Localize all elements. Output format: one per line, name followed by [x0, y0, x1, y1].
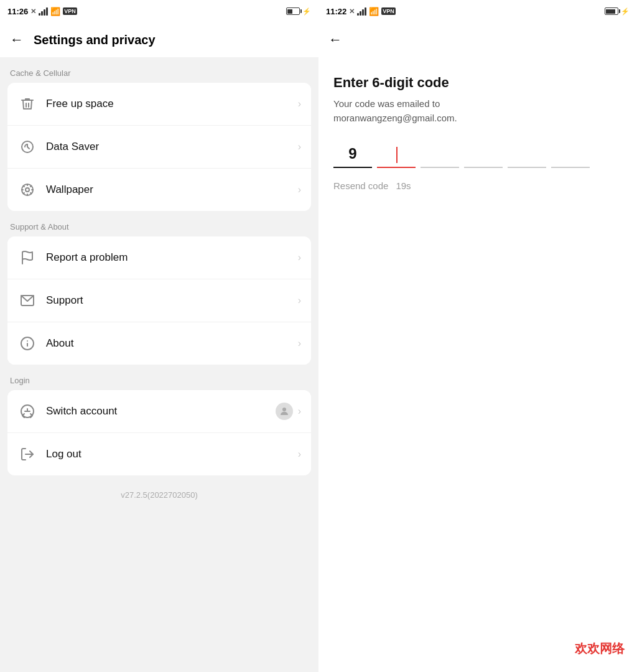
version-text: v27.2.5(2022702050) [0, 475, 318, 507]
status-bar-right: 11:22 ✕ 📶 VPN ⚡ [318, 0, 637, 22]
trash-icon [17, 94, 37, 114]
wifi-icon-left: 📶 [50, 7, 60, 16]
support-label: Support [46, 294, 289, 307]
report-problem-label: Report a problem [46, 251, 289, 264]
settings-item-wallpaper[interactable]: Wallpaper › [7, 169, 311, 211]
right-panel: 11:22 ✕ 📶 VPN ⚡ ← Enter 6-digit code You… [318, 0, 637, 672]
settings-item-logout[interactable]: Log out › [7, 433, 311, 475]
resend-label[interactable]: Resend code [333, 180, 388, 191]
switch-account-icon [17, 401, 37, 421]
watermark: 欢欢网络 [575, 640, 625, 657]
time-right: 11:22 [326, 7, 346, 16]
settings-scroll-area: Cache & Cellular Free up space › [0, 57, 318, 672]
resend-row: Resend code 19s [333, 180, 622, 191]
wallpaper-icon [17, 180, 37, 200]
lightning-right: ⚡ [621, 7, 630, 16]
left-panel: 11:26 ✕ 📶 VPN ⚡ ← Settings and privacy C… [0, 0, 318, 672]
login-card: Switch account › [7, 390, 311, 475]
signal-icon-left [39, 7, 48, 16]
signal-icon-right [357, 7, 366, 16]
x-icon-left: ✕ [30, 7, 36, 16]
battery-icon-left [286, 7, 300, 15]
svg-line-7 [24, 186, 24, 187]
logout-label: Log out [46, 448, 289, 460]
chevron-logout: › [298, 449, 301, 460]
vpn-badge-right: VPN [381, 7, 396, 15]
data-saver-label: Data Saver [46, 141, 289, 153]
flag-icon [17, 248, 37, 268]
chevron-data-saver: › [298, 141, 301, 152]
header-right: ← [318, 22, 637, 57]
cursor [396, 147, 398, 163]
chevron-free-up-space: › [298, 98, 301, 110]
support-icon [17, 291, 37, 310]
settings-item-switch-account[interactable]: Switch account › [7, 390, 311, 433]
section-label-support: Support & About [0, 211, 318, 236]
resend-timer: 19s [396, 180, 411, 191]
code-digit-1[interactable]: 9 [333, 145, 372, 168]
status-right-left: ⚡ [286, 7, 311, 16]
svg-point-2 [26, 188, 29, 192]
code-digit-3[interactable] [421, 145, 459, 168]
back-button-left[interactable]: ← [10, 32, 24, 48]
status-time-right: 11:22 ✕ 📶 VPN [326, 7, 396, 16]
switch-account-label: Switch account [46, 405, 267, 418]
status-right-right: ⚡ [605, 7, 630, 16]
chevron-report: › [298, 252, 301, 263]
logout-icon [17, 444, 37, 464]
x-icon-right: ✕ [349, 7, 355, 16]
code-subtitle: Your code was emailed tomoranwangzeng@gm… [333, 97, 622, 125]
chevron-wallpaper: › [298, 184, 301, 195]
code-digit-2[interactable] [377, 145, 416, 168]
svg-line-8 [30, 193, 31, 194]
settings-item-report-problem[interactable]: Report a problem › [7, 236, 311, 279]
code-title: Enter 6-digit code [333, 75, 622, 91]
support-card: Report a problem › Support › [7, 236, 311, 365]
wifi-icon-right: 📶 [369, 7, 379, 16]
chevron-support: › [298, 295, 301, 306]
vpn-badge-left: VPN [63, 7, 77, 15]
code-digit-6[interactable] [551, 145, 590, 168]
chevron-about: › [298, 338, 301, 349]
svg-line-10 [30, 186, 31, 187]
cache-card: Free up space › Data Saver › [7, 83, 311, 211]
status-time-left: 11:26 ✕ 📶 VPN [7, 7, 77, 16]
digit-1-value: 9 [348, 145, 356, 162]
wallpaper-label: Wallpaper [46, 184, 289, 196]
settings-item-data-saver[interactable]: Data Saver › [7, 126, 311, 169]
lightning-left: ⚡ [302, 7, 311, 16]
page-title-left: Settings and privacy [34, 33, 156, 47]
section-label-login: Login [0, 365, 318, 390]
settings-item-support[interactable]: Support › [7, 279, 311, 322]
battery-icon-right [605, 7, 618, 15]
header-left: ← Settings and privacy [0, 22, 318, 57]
free-up-space-label: Free up space [46, 98, 289, 110]
data-saver-icon [17, 137, 37, 157]
section-label-cache: Cache & Cellular [0, 57, 318, 83]
code-inputs: 9 [333, 145, 622, 168]
code-digit-5[interactable] [508, 145, 546, 168]
code-digit-4[interactable] [464, 145, 503, 168]
about-label: About [46, 337, 289, 350]
avatar [276, 403, 293, 420]
svg-point-17 [282, 408, 286, 411]
switch-account-right: › [276, 403, 301, 420]
status-bar-left: 11:26 ✕ 📶 VPN ⚡ [0, 0, 318, 22]
settings-item-about[interactable]: About › [7, 322, 311, 365]
svg-line-9 [24, 193, 24, 194]
info-icon [17, 334, 37, 353]
code-entry-content: Enter 6-digit code Your code was emailed… [318, 57, 637, 672]
back-button-right[interactable]: ← [328, 32, 342, 48]
time-left: 11:26 [7, 7, 28, 16]
chevron-switch-account: › [298, 406, 301, 417]
settings-item-free-up-space[interactable]: Free up space › [7, 83, 311, 126]
